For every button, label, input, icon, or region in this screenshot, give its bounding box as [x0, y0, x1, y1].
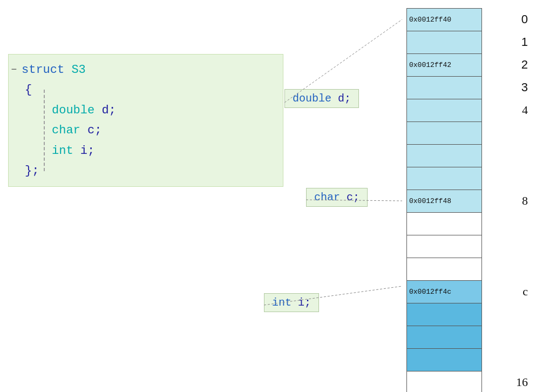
mem-row-8: 0x0012ff48 8 — [406, 190, 490, 212]
type-double: double — [52, 100, 94, 120]
mem-row-16: 16 — [406, 371, 490, 392]
callout-name-i: i; — [298, 296, 311, 309]
struct-header-line: − struct S3 — [9, 60, 277, 80]
mem-cell-7 — [406, 167, 482, 190]
mem-row-9 — [406, 212, 490, 235]
mem-row-1: 1 — [406, 31, 490, 53]
mem-cell-3 — [406, 76, 482, 99]
mem-cell-0: 0x0012ff40 — [406, 8, 482, 31]
memory-diagram: 0x0012ff40 0 1 0x0012ff42 2 3 4 0x0012ff… — [406, 8, 490, 392]
callout-type-char: char — [314, 191, 340, 204]
mem-cell-16 — [406, 371, 482, 392]
mem-label-0: 0 — [521, 12, 528, 26]
mem-label-12: c — [523, 285, 528, 299]
mem-row-11 — [406, 258, 490, 280]
callout-type-double: double — [293, 92, 331, 105]
mem-cell-14 — [406, 326, 482, 348]
callout-name-d: d; — [338, 92, 351, 105]
mem-row-7 — [406, 167, 490, 190]
mem-row-15 — [406, 348, 490, 371]
mem-cell-5 — [406, 121, 482, 144]
name-i: i; — [80, 141, 94, 161]
callout-int-i: int i; — [264, 293, 319, 312]
member-int-line: int i; — [9, 141, 277, 161]
close-brace-line: }; — [9, 161, 277, 181]
mem-row-13 — [406, 303, 490, 326]
mem-cell-6 — [406, 144, 482, 167]
collapse-line — [44, 90, 45, 171]
mem-label-3: 3 — [521, 80, 528, 94]
mem-row-14 — [406, 326, 490, 348]
name-c: c; — [87, 120, 101, 140]
mem-label-8: 8 — [522, 194, 528, 208]
mem-row-4: 4 — [406, 99, 490, 121]
name-d: d; — [101, 100, 116, 120]
member-char-line: char c; — [9, 120, 277, 140]
mem-label-2: 2 — [521, 58, 528, 72]
mem-label-16: 16 — [516, 375, 528, 389]
mem-row-3: 3 — [406, 76, 490, 99]
type-int: int — [52, 141, 73, 161]
callout-double-d: double d; — [284, 89, 359, 108]
open-brace: { — [25, 80, 32, 100]
callout-type-int: int — [272, 296, 291, 309]
mem-cell-8: 0x0012ff48 — [406, 190, 482, 212]
close-brace: }; — [25, 161, 39, 181]
mem-row-0: 0x0012ff40 0 — [406, 8, 490, 31]
open-brace-line: { — [9, 80, 277, 100]
mem-cell-9 — [406, 212, 482, 235]
mem-row-12: 0x0012ff4c c — [406, 280, 490, 303]
mem-cell-13 — [406, 303, 482, 326]
member-double-line: double d; — [9, 100, 277, 120]
mem-cell-12: 0x0012ff4c — [406, 280, 482, 303]
type-char: char — [52, 120, 80, 140]
mem-row-6 — [406, 144, 490, 167]
struct-keyword: struct — [22, 60, 64, 80]
mem-row-10 — [406, 235, 490, 258]
mem-cell-15 — [406, 348, 482, 371]
callout-name-c: c; — [347, 191, 359, 204]
mem-cell-2: 0x0012ff42 — [406, 53, 482, 76]
mem-row-5 — [406, 121, 490, 144]
mem-cell-11 — [406, 258, 482, 280]
mem-label-1: 1 — [521, 35, 528, 49]
mem-row-2: 0x0012ff42 2 — [406, 53, 490, 76]
mem-cell-4 — [406, 99, 482, 121]
code-panel: − struct S3 { double d; char c; int i; }… — [8, 54, 283, 187]
mem-cell-10 — [406, 235, 482, 258]
mem-label-4: 4 — [522, 103, 528, 117]
mem-cell-1 — [406, 31, 482, 53]
callout-char-c: char c; — [306, 188, 368, 207]
struct-name: S3 — [71, 60, 85, 80]
collapse-icon[interactable]: − — [9, 62, 19, 78]
